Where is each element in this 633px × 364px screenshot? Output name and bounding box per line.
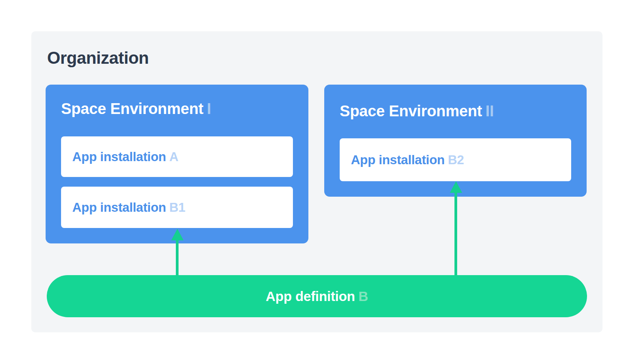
arrow-line <box>176 239 179 275</box>
app-definition-pill: App definitionB <box>47 275 587 317</box>
diagram-canvas: Organization Space EnvironmentI App inst… <box>0 0 633 364</box>
space-environment-1-box: Space EnvironmentI App installationA App… <box>46 85 308 243</box>
app-installation-b1-suffix: B1 <box>169 200 185 215</box>
app-installation-b2-label: App installation <box>351 153 445 167</box>
arrow-up-icon <box>450 181 462 193</box>
organization-container: Organization Space EnvironmentI App inst… <box>31 31 602 332</box>
arrow-up-icon <box>171 229 184 240</box>
arrow-line <box>454 192 457 275</box>
organization-title: Organization <box>47 49 149 66</box>
app-installation-b1-card: App installationB1 <box>61 187 293 228</box>
space-environment-2-title-label: Space Environment <box>340 102 482 119</box>
app-definition-label: App definition <box>266 289 355 304</box>
app-installation-a-card: App installationA <box>61 136 293 177</box>
space-environment-2-numeral: II <box>485 102 494 119</box>
space-environment-2-box: Space EnvironmentII App installationB2 <box>324 85 587 197</box>
space-environment-2-title: Space EnvironmentII <box>340 103 494 119</box>
space-environment-1-numeral: I <box>207 100 211 117</box>
app-installation-b2-card: App installationB2 <box>340 138 571 181</box>
app-installation-b1-label: App installation <box>72 200 166 215</box>
app-installation-a-label: App installation <box>72 150 166 164</box>
app-definition-suffix: B <box>358 289 368 304</box>
space-environment-1-title-label: Space Environment <box>61 100 203 117</box>
space-environment-1-title: Space EnvironmentI <box>61 101 211 116</box>
app-installation-a-suffix: A <box>169 150 179 164</box>
app-installation-b2-suffix: B2 <box>448 153 464 167</box>
